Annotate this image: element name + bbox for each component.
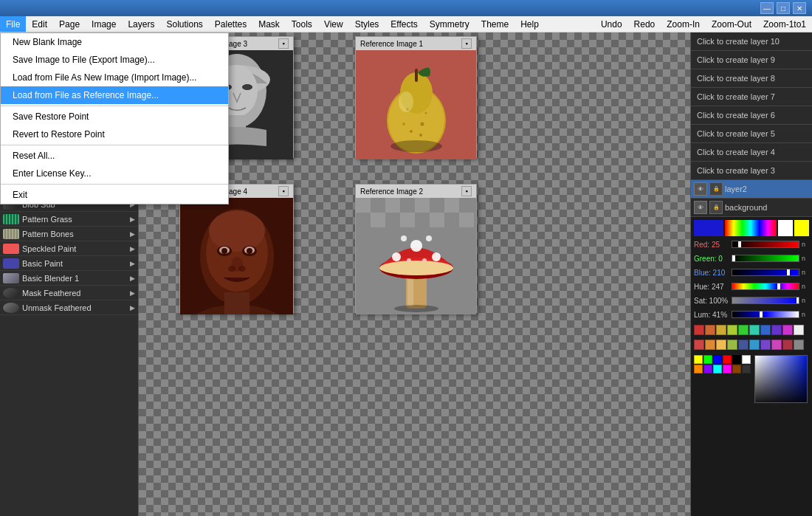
swatch[interactable] <box>716 325 726 335</box>
color-main-swatch[interactable] <box>694 220 723 236</box>
swatch[interactable] <box>738 340 749 350</box>
swatch[interactable] <box>705 325 715 335</box>
maximize-button[interactable]: □ <box>777 2 790 14</box>
menu-zoom-in[interactable]: Zoom-In <box>661 16 706 32</box>
menu-undo[interactable]: Undo <box>595 16 628 32</box>
brush-item[interactable]: Basic Paint▶ <box>0 256 138 271</box>
brush-item[interactable]: Mask Feathered▶ <box>0 286 138 300</box>
swatch[interactable] <box>716 340 726 350</box>
menu-page[interactable]: Page <box>53 16 86 32</box>
menu-layers[interactable]: Layers <box>122 16 160 32</box>
layer-create-button[interactable]: Click to create layer 9 <box>691 51 812 69</box>
layer-lock-icon[interactable]: 🔒 <box>709 182 723 196</box>
swatch[interactable] <box>723 365 732 374</box>
color-yellow-swatch[interactable] <box>794 220 809 236</box>
swatch[interactable] <box>782 325 793 335</box>
menu-palettes[interactable]: Palettes <box>209 16 252 32</box>
brush-item[interactable]: Speckled Paint▶ <box>0 241 138 256</box>
swatch[interactable] <box>727 340 737 350</box>
green-slider[interactable] <box>732 255 799 262</box>
menu-redo[interactable]: Redo <box>628 16 661 32</box>
minimize-button[interactable]: — <box>760 2 774 14</box>
swatch[interactable] <box>782 340 793 350</box>
swatch[interactable] <box>742 355 751 364</box>
menu-image[interactable]: Image <box>86 16 122 32</box>
layer-create-button[interactable]: Click to create layer 8 <box>691 69 812 88</box>
menu-view[interactable]: View <box>318 16 349 32</box>
menu-edit[interactable]: Edit <box>26 16 53 32</box>
menu-solutions[interactable]: Solutions <box>160 16 208 32</box>
swatch[interactable] <box>694 325 704 335</box>
menu-mask[interactable]: Mask <box>252 16 286 32</box>
layer-eye-icon[interactable]: 👁 <box>694 201 707 214</box>
layer-lock-icon[interactable]: 🔒 <box>709 201 723 214</box>
menu-effects[interactable]: Effects <box>385 16 423 32</box>
ref-image-1-close[interactable]: ▪ <box>461 38 472 49</box>
swatch[interactable] <box>794 325 804 335</box>
swatch[interactable] <box>794 340 804 350</box>
layer-item[interactable]: 👁🔒layer2 <box>691 180 812 199</box>
ref-image-1[interactable]: Reference Image 1 ▪ <box>355 36 477 158</box>
color-gradient-bar[interactable] <box>725 220 777 236</box>
swatch[interactable] <box>723 355 732 364</box>
menu-symmetry[interactable]: Symmetry <box>424 16 475 32</box>
menu-license[interactable]: Enter License Key... <box>1 165 228 182</box>
swatch[interactable] <box>749 340 760 350</box>
menu-load-reference[interactable]: Load from File as Reference Image... <box>1 86 228 104</box>
layer-create-button[interactable]: Click to create layer 10 <box>691 32 812 51</box>
brush-item[interactable]: Pattern Grass▶ <box>0 212 138 227</box>
close-button[interactable]: ✕ <box>793 2 806 14</box>
swatch[interactable] <box>742 365 751 374</box>
swatch[interactable] <box>703 365 712 374</box>
menu-reset-all[interactable]: Reset All... <box>1 147 228 165</box>
menu-revert-restore[interactable]: Revert to Restore Point <box>1 125 228 143</box>
layer-create-button[interactable]: Click to create layer 3 <box>691 162 812 180</box>
swatch[interactable] <box>705 340 715 350</box>
ref-image-2-close[interactable]: ▪ <box>461 186 472 196</box>
red-slider[interactable] <box>732 241 799 248</box>
blue-slider[interactable] <box>732 269 799 276</box>
ref-image-4-close[interactable]: ▪ <box>278 186 289 196</box>
layer-eye-icon[interactable]: 👁 <box>694 182 707 196</box>
menu-file[interactable]: File <box>0 16 26 32</box>
menu-styles[interactable]: Styles <box>349 16 385 32</box>
swatch[interactable] <box>732 365 741 374</box>
ref-image-2[interactable]: Reference Image 2 ▪ <box>355 184 477 313</box>
menu-zoom-1to1[interactable]: Zoom-1to1 <box>757 16 812 32</box>
layer-item[interactable]: 👁🔒background <box>691 199 812 217</box>
swatch[interactable] <box>713 355 722 364</box>
ref-image-3-close[interactable]: ▪ <box>278 38 289 49</box>
swatch[interactable] <box>771 325 782 335</box>
brush-item[interactable]: Unmask Feathered▶ <box>0 300 138 315</box>
swatch[interactable] <box>694 355 703 364</box>
menu-save-export[interactable]: Save Image to File (Export Image)... <box>1 51 228 69</box>
swatch[interactable] <box>727 325 737 335</box>
menu-exit[interactable]: Exit <box>1 186 228 204</box>
menu-theme[interactable]: Theme <box>475 16 515 32</box>
brush-item[interactable]: Pattern Bones▶ <box>0 227 138 241</box>
color-white-swatch[interactable] <box>778 220 793 236</box>
swatch[interactable] <box>738 325 749 335</box>
brush-item[interactable]: Basic Blender 1▶ <box>0 271 138 286</box>
color-picker-box[interactable] <box>754 355 808 403</box>
swatch[interactable] <box>760 340 771 350</box>
swatch[interactable] <box>760 325 771 335</box>
layer-create-button[interactable]: Click to create layer 7 <box>691 88 812 106</box>
swatch[interactable] <box>694 340 704 350</box>
layer-create-button[interactable]: Click to create layer 5 <box>691 125 812 143</box>
menu-save-restore[interactable]: Save Restore Point <box>1 108 228 125</box>
swatch[interactable] <box>713 365 722 374</box>
menu-load-import[interactable]: Load from File As New Image (Import Imag… <box>1 69 228 86</box>
menu-help[interactable]: Help <box>515 16 545 32</box>
menu-new-blank[interactable]: New Blank Image <box>1 33 228 51</box>
layer-create-button[interactable]: Click to create layer 4 <box>691 143 812 162</box>
menu-tools[interactable]: Tools <box>286 16 318 32</box>
swatch[interactable] <box>771 340 782 350</box>
sat-slider[interactable] <box>732 297 799 304</box>
hue-slider[interactable] <box>732 283 799 290</box>
swatch[interactable] <box>694 365 703 374</box>
lum-slider[interactable] <box>732 311 799 318</box>
swatch[interactable] <box>732 355 741 364</box>
swatch[interactable] <box>749 325 760 335</box>
menu-zoom-out[interactable]: Zoom-Out <box>706 16 757 32</box>
